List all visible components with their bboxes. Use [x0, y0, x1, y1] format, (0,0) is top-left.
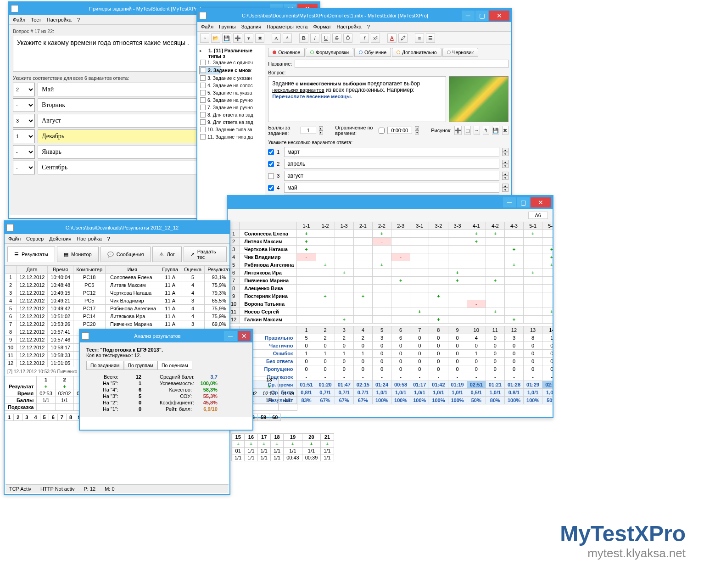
spin-up-icon[interactable]: ▴	[415, 126, 419, 130]
match-select[interactable]: 2	[13, 83, 35, 96]
table-cell[interactable]: 10:57:46	[48, 336, 73, 344]
table-cell[interactable]: 10	[5, 344, 17, 352]
spin-down-icon[interactable]: ▾	[502, 188, 508, 192]
minimize-button[interactable]: ─	[224, 331, 237, 341]
table-cell[interactable]: 75,9%	[205, 281, 229, 289]
close-button[interactable]: ✕	[238, 331, 251, 341]
answer-text[interactable]: март	[284, 147, 499, 157]
analysis-subtab[interactable]: По заданиям	[86, 361, 124, 370]
tree-item[interactable]: 5. Задание на указа	[199, 89, 263, 96]
col-header[interactable]: Результат	[205, 266, 229, 274]
table-cell[interactable]: 6	[5, 313, 17, 320]
points-input[interactable]	[301, 127, 316, 134]
matrix-titlebar[interactable]: ─ ▢ ✕	[228, 196, 553, 209]
question-editor[interactable]: Задание с множественным выбором предпола…	[268, 76, 446, 122]
table-cell[interactable]: 11	[5, 352, 17, 359]
minimize-button[interactable]: ─	[503, 197, 516, 207]
menu-item[interactable]: Файл	[8, 236, 21, 241]
underline-icon[interactable]: U	[321, 34, 330, 43]
table-cell[interactable]: 4	[181, 289, 205, 297]
editor-tab[interactable]: Основное	[268, 48, 305, 57]
overline-icon[interactable]: Ō	[343, 34, 352, 43]
menu-item[interactable]: ?	[367, 24, 370, 29]
tree-item[interactable]: 8. Для ответа на зад	[199, 111, 263, 118]
table-cell[interactable]: PC12	[73, 289, 106, 297]
menu-item[interactable]: Сервер	[26, 236, 44, 241]
table-cell[interactable]: Черткова Наташа	[106, 289, 159, 297]
toolbar-button[interactable]: 💬Сообщения	[101, 246, 151, 262]
analysis-titlebar[interactable]: Анализ результатов ─ ✕	[80, 330, 252, 342]
match-select[interactable]: -	[13, 161, 35, 174]
table-cell[interactable]: 10:51:02	[48, 313, 73, 320]
match-select[interactable]: -	[13, 98, 35, 112]
results-titlebar[interactable]: C:\Users\bas\Downloads\Результаты 2012_1…	[5, 221, 229, 234]
table-cell[interactable]: 10:53:26	[48, 320, 73, 328]
answer-checkbox[interactable]	[268, 185, 274, 191]
spin-down-icon[interactable]: ▾	[502, 164, 508, 168]
table-cell[interactable]: 65,5%	[205, 297, 229, 305]
table-cell[interactable]: Литвяк Максим	[106, 281, 159, 289]
timelimit-checkbox[interactable]	[379, 128, 385, 134]
match-select[interactable]: 1	[13, 129, 35, 143]
table-cell[interactable]: 4	[181, 305, 205, 313]
table-cell[interactable]: Солопеева Елена	[106, 274, 159, 281]
editor-titlebar[interactable]: C:\Users\bas\Documents\MyTestXPro\DemoTe…	[197, 9, 511, 22]
answer-checkbox[interactable]	[268, 149, 274, 155]
table-cell[interactable]: 75,9%	[205, 313, 229, 320]
tree-item[interactable]: 9. Для ответа на зад	[199, 118, 263, 126]
menu-item[interactable]: Группы	[219, 24, 236, 29]
maximize-button[interactable]: ▢	[475, 11, 488, 21]
table-cell[interactable]: Пивченко Марина	[106, 320, 159, 328]
editor-tab[interactable]: Формулировки	[306, 48, 353, 57]
table-cell[interactable]: 5	[5, 305, 17, 313]
pic-next-icon[interactable]: →	[474, 126, 480, 135]
table-cell[interactable]: 10:49:42	[48, 305, 73, 313]
table-cell[interactable]: 12.12.2012	[17, 352, 48, 359]
table-cell[interactable]: PC14	[73, 313, 106, 320]
pic-save-icon[interactable]: 💾	[492, 126, 499, 135]
strike-icon[interactable]: S	[332, 34, 341, 43]
table-cell[interactable]: 12.12.2012	[17, 344, 48, 352]
tree-item[interactable]: 4. Задание на сопос	[199, 82, 263, 89]
toolbar-button[interactable]: ☰Результаты	[7, 246, 55, 262]
table-cell[interactable]: 12.12.2012	[17, 305, 48, 313]
tree-item[interactable]: 10. Задание типа за	[199, 126, 263, 133]
table-cell[interactable]: 11 А	[159, 274, 181, 281]
highlight-icon[interactable]: 🖍	[398, 34, 408, 43]
add-icon[interactable]: ➕	[233, 34, 242, 43]
spin-down-icon[interactable]: ▾	[502, 176, 508, 180]
answer-text[interactable]: август	[284, 171, 499, 181]
table-cell[interactable]: 93,1%	[205, 274, 229, 281]
table-cell[interactable]: 11 А	[159, 313, 181, 320]
answer-text[interactable]: май	[284, 183, 499, 193]
editor-tab[interactable]: Черновик	[442, 48, 478, 57]
tree-item[interactable]: 7. Задание на ручно	[199, 104, 263, 111]
menu-item[interactable]: Задания	[241, 24, 261, 29]
col-header[interactable]: Время	[48, 266, 73, 274]
spin-up-icon[interactable]: ▴	[502, 184, 508, 188]
menu-item[interactable]: Действия	[49, 236, 71, 241]
table-cell[interactable]: 11 А	[159, 281, 181, 289]
tree-item[interactable]: 1. Задание с одиноч	[199, 59, 263, 66]
toolbar-button[interactable]: ⚠Лог	[152, 246, 181, 262]
menu-item[interactable]: Настройка	[77, 236, 101, 241]
new-icon[interactable]: ▫	[200, 34, 209, 43]
table-cell[interactable]: 10:49:15	[48, 289, 73, 297]
table-cell[interactable]: 10:49:21	[48, 297, 73, 305]
table-cell[interactable]: 10:40:04	[48, 274, 73, 281]
name-input[interactable]	[295, 60, 508, 68]
tree-item[interactable]: 2. Задание с множ	[199, 66, 221, 74]
table-cell[interactable]: 12.12.2012	[17, 297, 48, 305]
table-cell[interactable]: 11 А	[159, 289, 181, 297]
menu-item[interactable]: Файл	[13, 17, 25, 22]
table-cell[interactable]: 11:01:05	[48, 359, 73, 367]
table-cell[interactable]: PC17	[73, 305, 106, 313]
pic-import-icon[interactable]: ↰	[483, 126, 489, 135]
table-cell[interactable]: 1	[5, 274, 17, 281]
spin-up-icon[interactable]: ▴	[502, 172, 508, 176]
col-header[interactable]: Компьютер	[73, 266, 106, 274]
toolbar-button[interactable]: ▦Монитор	[57, 246, 99, 262]
table-cell[interactable]: 12	[5, 359, 17, 367]
superscript-icon[interactable]: x²	[371, 34, 380, 43]
question-image[interactable]	[449, 76, 508, 122]
